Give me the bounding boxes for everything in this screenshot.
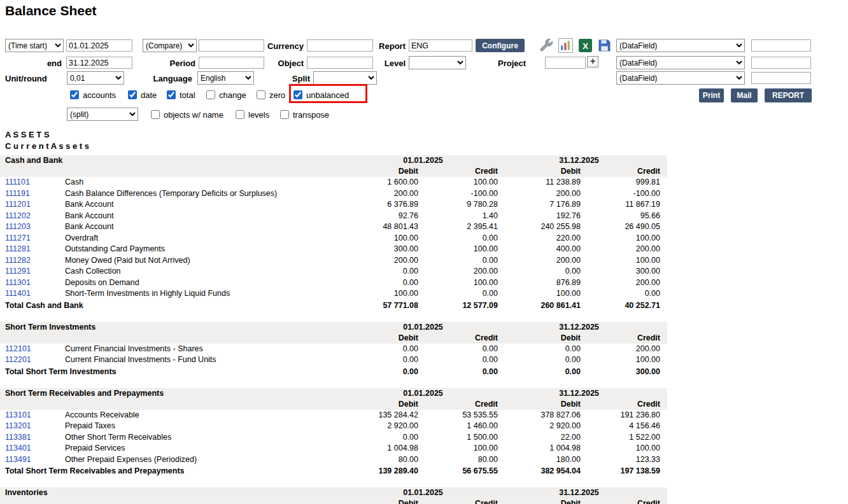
report-sections: Cash and Bank01.01.202531.12.2025DebitCr… <box>0 155 667 504</box>
transpose-checkbox[interactable] <box>280 110 289 119</box>
level-label: Level <box>372 59 406 68</box>
account-row: 113401Prepaid Services1 004.98100.001 00… <box>0 443 667 454</box>
amount-cell: 100.00 <box>348 288 418 300</box>
account-number-link[interactable]: 111101 <box>5 178 30 186</box>
account-number-link[interactable]: 113101 <box>5 410 31 419</box>
compare-input[interactable] <box>199 39 264 52</box>
account-number-link[interactable]: 113381 <box>5 433 31 442</box>
total-amount: 0.00 <box>498 366 581 377</box>
account-number-link[interactable]: 111301 <box>5 278 31 287</box>
checkbox-accounts[interactable]: accounts <box>70 89 116 101</box>
save-icon[interactable] <box>597 38 612 53</box>
amount-cell: 378 827.06 <box>498 410 581 421</box>
compare-select[interactable]: (Compare) <box>143 39 197 52</box>
account-number-link[interactable]: 112201 <box>5 355 31 364</box>
excel-export-icon[interactable]: X <box>578 38 593 53</box>
account-name: Other Prepaid Expenses (Periodized) <box>65 454 348 466</box>
account-number-link[interactable]: 111291 <box>5 267 31 276</box>
zero-checkbox[interactable] <box>257 90 265 99</box>
level-select[interactable] <box>409 56 466 69</box>
account-name: Bank Account <box>65 221 348 233</box>
checkbox-total[interactable]: total <box>167 89 195 101</box>
unit-round-select[interactable]: 0,01 <box>67 71 124 85</box>
datafield-input-1[interactable] <box>751 39 811 52</box>
accounts-checkbox[interactable] <box>70 90 79 99</box>
account-number-link[interactable]: 113201 <box>5 421 31 430</box>
configure-button[interactable]: Configure <box>476 39 525 52</box>
currency-input[interactable] <box>307 39 373 52</box>
account-number-cell: 113401 <box>0 443 65 454</box>
account-number-cell: 111271 <box>0 233 65 244</box>
account-row: 111282Money Owed (Paid but Not Arrived)2… <box>0 255 667 267</box>
column-header: Debit <box>498 333 581 344</box>
account-name: Current Financial Investments - Shares <box>65 344 348 355</box>
amount-cell: 0.00 <box>348 266 418 277</box>
account-number-link[interactable]: 112101 <box>5 344 31 353</box>
amount-cell: 100.00 <box>348 233 418 244</box>
account-number-link[interactable]: 111401 <box>5 289 31 298</box>
account-number-link[interactable]: 113401 <box>5 444 31 452</box>
column-header-row: DebitCreditDebitCredit <box>0 498 667 504</box>
report-button[interactable]: REPORT <box>765 88 812 102</box>
report-section: Short Term Investments01.01.202531.12.20… <box>0 322 667 377</box>
objects-w-name-checkbox[interactable] <box>151 110 160 119</box>
account-number-link[interactable]: 111203 <box>5 222 31 231</box>
datafield-select-3[interactable]: (DataField) <box>616 71 745 85</box>
account-number-link[interactable]: 111201 <box>5 200 31 209</box>
change-checkbox[interactable] <box>206 90 215 99</box>
account-number-link[interactable]: 111281 <box>5 244 31 253</box>
checkbox-date[interactable]: date <box>128 89 157 101</box>
object-label: Object <box>271 59 304 68</box>
datafield-input-3[interactable] <box>751 72 811 84</box>
zero-checkbox-label: zero <box>269 90 285 100</box>
account-number-link[interactable]: 111282 <box>5 256 31 265</box>
checkbox-transpose[interactable]: transpose <box>280 109 329 120</box>
column-header-spacer <box>65 333 348 344</box>
bar-chart-icon[interactable] <box>558 38 573 53</box>
datafield-select-2[interactable]: (DataField) <box>616 56 745 69</box>
mail-button[interactable]: Mail <box>731 88 758 102</box>
checkbox-zero[interactable]: zero <box>257 89 285 101</box>
amount-cell: 200.00 <box>581 344 660 355</box>
time-start-select[interactable]: (Time start) <box>5 39 64 52</box>
amount-cell: 11 238.89 <box>498 177 581 188</box>
account-number-link[interactable]: 111202 <box>5 211 31 220</box>
total-checkbox[interactable] <box>167 90 176 99</box>
account-number-link[interactable]: 111271 <box>5 234 31 242</box>
period-input[interactable] <box>199 57 264 69</box>
total-amount: 56 675.55 <box>418 465 498 477</box>
language-select[interactable]: English <box>197 71 254 85</box>
datafield-input-2[interactable] <box>751 57 811 69</box>
account-number-link[interactable]: 111191 <box>5 189 30 198</box>
split-select[interactable] <box>313 71 377 85</box>
currency-label: Currency <box>258 41 304 51</box>
split2-select[interactable]: (split) <box>67 108 138 121</box>
plus-icon[interactable]: + <box>587 56 598 67</box>
checkbox-levels[interactable]: levels <box>236 109 269 120</box>
amount-cell: 2 920.00 <box>348 421 418 432</box>
period1-label: 01.01.2025 <box>348 388 498 399</box>
object-input[interactable] <box>307 57 373 69</box>
column-header: Debit <box>498 498 581 504</box>
checkbox-objects-w-name[interactable]: objects w/ name <box>151 109 223 120</box>
amount-cell: 135 284.42 <box>348 410 418 421</box>
account-row: 111281Outstanding Card Payments300.00100… <box>0 244 667 255</box>
period-label: Period <box>162 59 195 68</box>
account-name: Accounts Receivable <box>65 410 348 421</box>
print-button[interactable]: Print <box>699 88 724 102</box>
checkbox-change[interactable]: change <box>206 89 246 101</box>
datafield-select-1[interactable]: (DataField) <box>616 39 745 52</box>
date-checkbox[interactable] <box>128 90 137 99</box>
account-number-link[interactable]: 113491 <box>5 455 31 464</box>
total-amount: 40 252.71 <box>581 300 660 311</box>
end-input[interactable] <box>66 57 132 69</box>
account-row: 111291Cash Collection0.00200.000.00300.0… <box>0 266 667 277</box>
account-number-cell: 111191 <box>0 188 65 200</box>
amount-cell: 0.00 <box>348 354 418 366</box>
project-input[interactable] <box>545 57 586 69</box>
total-amount: 0.00 <box>418 366 498 377</box>
wrench-icon[interactable] <box>539 38 553 53</box>
levels-checkbox[interactable] <box>236 110 244 119</box>
report-input[interactable] <box>409 39 472 52</box>
time-start-input[interactable] <box>66 39 132 52</box>
